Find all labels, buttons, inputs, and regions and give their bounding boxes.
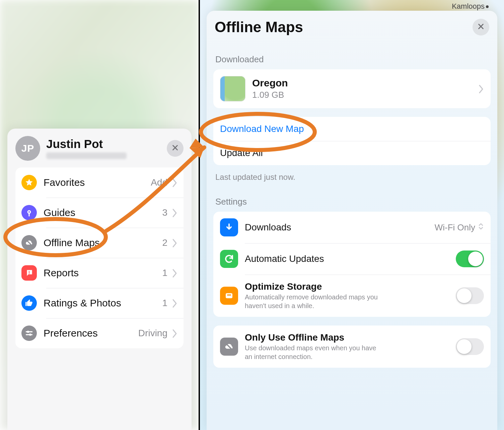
menu-label: Guides bbox=[44, 207, 75, 218]
setting-subtext: Automatically remove downloaded maps you… bbox=[245, 293, 385, 310]
toggle-optimize-storage[interactable] bbox=[456, 287, 484, 304]
menu-count: 1 bbox=[162, 298, 167, 308]
menu-item-reports[interactable]: Reports 1 bbox=[15, 258, 184, 288]
close-button[interactable] bbox=[473, 19, 489, 35]
refresh-icon bbox=[220, 250, 238, 268]
map-thumbnail bbox=[220, 76, 245, 101]
cloud-slash-icon bbox=[220, 338, 238, 356]
avatar[interactable]: JP bbox=[15, 136, 40, 161]
reports-icon bbox=[21, 265, 37, 281]
setting-label: Optimize Storage bbox=[245, 281, 385, 292]
chevron-right-icon bbox=[172, 178, 177, 187]
menu-label: Ratings & Photos bbox=[44, 297, 121, 309]
svg-rect-7 bbox=[227, 294, 231, 295]
map-place-label: Kamloops bbox=[452, 2, 485, 11]
toggle-automatic-updates[interactable] bbox=[456, 250, 484, 267]
profile-email-redacted bbox=[46, 152, 127, 159]
downloaded-map-item[interactable]: Oregon 1.09 GB bbox=[213, 69, 491, 108]
setting-optimize-storage[interactable]: Optimize Storage Automatically remove do… bbox=[213, 275, 491, 317]
update-all-label: Update All bbox=[220, 148, 263, 158]
chevron-right-icon bbox=[172, 329, 177, 338]
close-button[interactable] bbox=[167, 140, 184, 157]
star-icon bbox=[21, 175, 37, 190]
profile-sheet: JP Justin Pot Favorites bbox=[7, 129, 192, 430]
menu-label: Offline Maps bbox=[44, 237, 100, 248]
map-name: Oregon bbox=[252, 77, 288, 88]
setting-label: Automatic Updates bbox=[245, 254, 324, 264]
close-icon bbox=[477, 23, 485, 31]
section-header-settings: Settings bbox=[215, 197, 489, 207]
svg-rect-3 bbox=[29, 273, 29, 274]
profile-menu: Favorites Add Guides 3 bbox=[15, 167, 184, 348]
map-size: 1.09 GB bbox=[252, 90, 288, 100]
profile-screen: JP Justin Pot Favorites bbox=[0, 0, 199, 430]
menu-item-guides[interactable]: Guides 3 bbox=[15, 198, 184, 228]
setting-automatic-updates[interactable]: Automatic Updates bbox=[213, 243, 491, 275]
setting-value-picker[interactable]: Wi-Fi Only bbox=[435, 222, 484, 233]
screen-title: Offline Maps bbox=[215, 19, 303, 35]
chevron-updown-icon bbox=[478, 222, 484, 233]
menu-tail-add[interactable]: Add bbox=[151, 177, 167, 188]
chevron-right-icon bbox=[172, 299, 177, 307]
chevron-right-icon bbox=[172, 269, 177, 277]
setting-value: Wi-Fi Only bbox=[435, 222, 475, 233]
download-new-map-row[interactable]: Download New Map bbox=[213, 117, 491, 141]
menu-item-preferences[interactable]: Preferences Driving bbox=[15, 318, 184, 348]
download-new-map-link[interactable]: Download New Map bbox=[220, 124, 304, 134]
menu-item-offline-maps[interactable]: Offline Maps 2 bbox=[15, 228, 184, 258]
setting-label: Only Use Offline Maps bbox=[245, 332, 385, 343]
download-icon bbox=[220, 218, 238, 236]
menu-item-ratings-photos[interactable]: Ratings & Photos 1 bbox=[15, 288, 184, 318]
close-icon bbox=[171, 144, 179, 153]
map-place-dot-icon bbox=[486, 5, 489, 8]
toggle-only-offline[interactable] bbox=[456, 338, 484, 355]
offline-maps-sheet: Offline Maps Downloaded Oregon 1.09 GB bbox=[207, 11, 497, 430]
update-all-row[interactable]: Update All bbox=[213, 141, 491, 165]
last-updated-note: Last updated just now. bbox=[215, 172, 489, 182]
section-header-downloaded: Downloaded bbox=[215, 54, 489, 65]
menu-count: 2 bbox=[162, 237, 167, 248]
profile-name: Justin Pot bbox=[46, 138, 127, 151]
storage-icon bbox=[220, 287, 238, 305]
svg-point-5 bbox=[29, 334, 31, 336]
menu-label: Preferences bbox=[44, 328, 98, 339]
preferences-icon bbox=[21, 326, 37, 341]
menu-label: Reports bbox=[44, 267, 79, 279]
setting-label: Downloads bbox=[245, 222, 291, 233]
guides-icon bbox=[21, 205, 37, 220]
thumb-up-icon bbox=[21, 295, 37, 311]
cloud-slash-icon bbox=[21, 235, 37, 250]
setting-only-offline[interactable]: Only Use Offline Maps Use downloaded map… bbox=[213, 326, 491, 368]
svg-point-1 bbox=[28, 211, 30, 213]
chevron-right-icon bbox=[479, 84, 484, 93]
menu-item-favorites[interactable]: Favorites Add bbox=[15, 167, 184, 198]
menu-label: Favorites bbox=[44, 177, 85, 188]
svg-rect-6 bbox=[226, 293, 232, 298]
chevron-right-icon bbox=[172, 238, 177, 247]
menu-count: 3 bbox=[162, 207, 167, 218]
offline-maps-screen: Kamloops Offline Maps Downloaded Oregon … bbox=[199, 0, 504, 430]
svg-rect-2 bbox=[29, 271, 29, 273]
setting-subtext: Use downloaded maps even when you have a… bbox=[245, 344, 385, 361]
menu-tail-value: Driving bbox=[138, 328, 167, 339]
chevron-right-icon bbox=[172, 208, 177, 217]
menu-count: 1 bbox=[162, 268, 167, 278]
setting-downloads[interactable]: Downloads Wi-Fi Only bbox=[213, 212, 491, 243]
svg-point-4 bbox=[27, 331, 29, 333]
